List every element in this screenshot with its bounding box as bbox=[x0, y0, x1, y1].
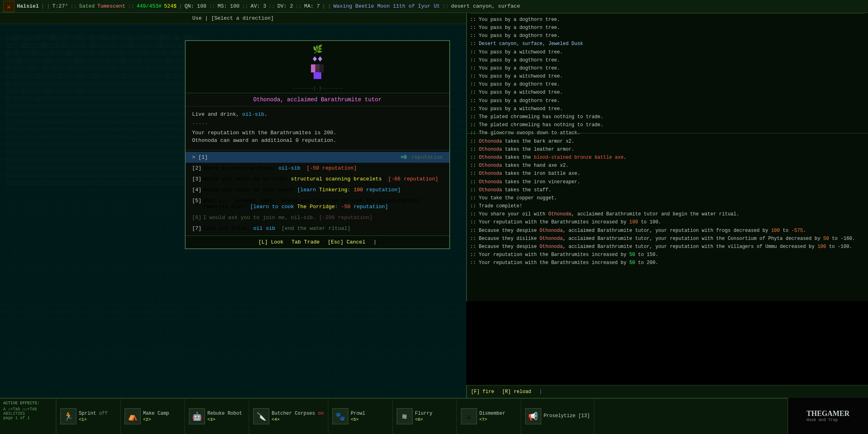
dialog-option-3[interactable]: [3] Would you teach me to craft structur… bbox=[186, 174, 449, 184]
proselytize-label: Proselytize [13] bbox=[544, 413, 590, 420]
biome-location: desert canyon, surface bbox=[451, 3, 520, 9]
rep-line2: Othonoda can award an additional 0 reput… bbox=[192, 137, 443, 143]
hp-current: 449/453# bbox=[137, 3, 162, 9]
dismember-icon: ⚔ bbox=[461, 408, 477, 424]
log-line: :: You pass by a witchwood tree. bbox=[470, 73, 865, 80]
log-line: :: Desert canyon, surface, Jeweled Dusk bbox=[470, 40, 865, 48]
logo-sub: Hook and Trap bbox=[807, 418, 850, 422]
sprint-key: <1> bbox=[79, 417, 108, 422]
log-line: :: Because they dislike Othonoda, acclai… bbox=[470, 235, 865, 243]
log-line: :: You pass by a dogthorn tree. bbox=[470, 16, 865, 24]
dialog-option-1[interactable]: > [1] +0 reputation bbox=[186, 152, 449, 163]
dialog-option-2[interactable]: [2] Share a secret with me, oil-sib. [-5… bbox=[186, 163, 449, 174]
center-message-bar: Use | [Select a direction] bbox=[0, 13, 466, 24]
player-name: Halsiel bbox=[17, 3, 39, 9]
rebuke-robot-label: Rebuke Robot bbox=[207, 411, 242, 417]
log-line: :: The glowcrow swoops down to attack. bbox=[470, 129, 865, 137]
active-effects-label: ACTIVE EFFECTS: bbox=[3, 401, 53, 405]
dialog-option-7[interactable]: [7] Live and drink, oil sib. [end the wa… bbox=[186, 223, 449, 234]
dialog-body: Live and drink, oil-sib. ----- Your repu… bbox=[186, 106, 449, 150]
top-status-bar: ⚔ Halsiel | | T:27° :: Sated Tumescent :… bbox=[0, 0, 868, 13]
dialog-option-6[interactable]: [6] I would ask you to join me, oil-sib.… bbox=[186, 212, 449, 223]
dialog-option-5[interactable]: [5] What a... pungent smell. Would you t… bbox=[186, 195, 449, 212]
npc-sprite: ♦♦ ▓▒░ ▐█▌ bbox=[311, 55, 324, 79]
qn-label: QN: 108 bbox=[184, 3, 207, 9]
dialog-options: > [1] +0 reputation [2] Share a secret w… bbox=[186, 150, 449, 235]
moon-phase: Waxing Beetle Moon 11th of Iyur Ut bbox=[333, 3, 440, 9]
flurry-icon: ≋ bbox=[397, 408, 413, 424]
dismember-key: <7> bbox=[479, 417, 506, 422]
make-camp-label: Make Camp bbox=[143, 411, 169, 417]
log-line: :: Trade complete! bbox=[470, 203, 865, 210]
npc-dialog: 🌿 ♦♦ ▓▒░ ▐█▌ -·-·-·-·[·]·-·-·-·- Othonod… bbox=[185, 40, 450, 249]
npc-greeting: Live and drink, oil-sib. bbox=[192, 111, 443, 117]
log-line: :: You pass by a witchwood tree. bbox=[470, 105, 865, 113]
action-slot-prowl[interactable]: 🐾 Prowl <5> bbox=[328, 399, 393, 434]
fire-reload-bar: [F] fire [R] reload | bbox=[466, 385, 868, 398]
dialog-option-4[interactable]: [4] Would you teach me your ways? [learn… bbox=[186, 184, 449, 195]
prowl-label: Prowl bbox=[351, 411, 365, 417]
log-line: :: The plated chromeling has nothing to … bbox=[470, 113, 865, 121]
log-line: :: You pass by a witchwood tree. bbox=[470, 49, 865, 56]
dialog-divider: ----- bbox=[192, 121, 443, 127]
log-line: :: The plated chromeling has nothing to … bbox=[470, 121, 865, 129]
rebuke-robot-key: <3> bbox=[207, 417, 242, 422]
log-line: :: Othonoda takes the bark armor x2. bbox=[470, 138, 865, 145]
log-line: :: Because they despise Othonoda, acclai… bbox=[470, 243, 865, 251]
sprint-icon: 🏃 bbox=[60, 408, 76, 424]
log-line: :: Othonoda takes the iron vinereaper. bbox=[470, 178, 865, 186]
bottom-action-bar: ACTIVE EFFECTS: A ⌂+Tab ⌂⌂+Tab ABILITIES… bbox=[0, 398, 868, 434]
prowl-icon: 🐾 bbox=[332, 408, 348, 424]
log-line: :: Othonoda takes the staff. bbox=[470, 186, 865, 194]
active-effects-panel: ACTIVE EFFECTS: A ⌂+Tab ⌂⌂+Tab ABILITIES… bbox=[0, 399, 56, 434]
reload-key[interactable]: [R] reload bbox=[502, 389, 531, 395]
message-log-panel: Message log :: You pass by a dogthorn tr… bbox=[466, 0, 868, 301]
log-line: :: You share your oil with Othonoda, acc… bbox=[470, 211, 865, 218]
fire-key[interactable]: [F] fire bbox=[471, 389, 494, 395]
make-camp-key: <2> bbox=[143, 417, 169, 422]
action-slot-proselytize[interactable]: 📢 Proselytize [13] bbox=[521, 399, 594, 434]
dialog-cancel-key[interactable]: [Esc] Cancel bbox=[328, 239, 366, 245]
action-slot-butcher-corpses[interactable]: 🔪 Butcher Corpses on <4> bbox=[249, 399, 328, 434]
action-slot-rebuke-robot[interactable]: 🤖 Rebuke Robot <3> bbox=[185, 399, 249, 434]
condition-tumescent: Tumescent bbox=[97, 3, 125, 9]
logo-text: THEGAMER bbox=[807, 409, 850, 418]
make-camp-icon: ⛺ bbox=[125, 408, 141, 424]
thegamer-logo: THEGAMER Hook and Trap bbox=[788, 398, 868, 434]
prowl-key: <5> bbox=[351, 417, 365, 422]
npc-portrait: 🌿 ♦♦ ▓▒░ ▐█▌ -·-·-·-·[·]·-·-·-·- bbox=[186, 41, 449, 93]
butcher-corpses-key: <4> bbox=[272, 417, 324, 422]
dv-label: DV: 2 bbox=[277, 3, 293, 9]
portrait-tree-decoration: 🌿 bbox=[313, 44, 323, 54]
condition-sated: Sated bbox=[79, 3, 95, 9]
butcher-corpses-icon: 🔪 bbox=[253, 408, 269, 424]
log-line: :: You pass by a dogthorn tree. bbox=[470, 97, 865, 105]
log-line: :: You take the copper nugget. bbox=[470, 194, 865, 202]
action-slot-flurry[interactable]: ≋ Flurry <6> bbox=[393, 399, 457, 434]
log-line: :: Because they despise Othonoda, acclai… bbox=[470, 227, 865, 235]
flurry-key: <6> bbox=[415, 417, 432, 422]
action-slot-make-camp[interactable]: ⛺ Make Camp <2> bbox=[121, 399, 185, 434]
player-money: 524$ bbox=[164, 3, 176, 9]
game-time: T:27° bbox=[52, 3, 68, 9]
log-line: :: Your reputation with the Barathrumite… bbox=[470, 251, 865, 259]
dialog-trade-key[interactable]: Tab Trade bbox=[291, 239, 319, 245]
log-line: :: Othonoda takes the iron battle axe. bbox=[470, 170, 865, 178]
dialog-look-key[interactable]: [L] Look bbox=[258, 239, 283, 245]
log-line: :: You pass by a dogthorn tree. bbox=[470, 32, 865, 40]
sprint-label: Sprint off bbox=[79, 411, 108, 417]
log-line: :: You pass by a witchwood tree. bbox=[470, 89, 865, 96]
action-slot-sprint[interactable]: 🏃 Sprint off <1> bbox=[56, 399, 121, 434]
center-message-text: Use | [Select a direction] bbox=[192, 15, 274, 21]
proselytize-icon: 📢 bbox=[525, 408, 541, 424]
action-slot-dismember[interactable]: ⚔ Dismember <7> bbox=[457, 399, 521, 434]
log-line: :: Othonoda takes the blood-stained bron… bbox=[470, 154, 865, 162]
log-line: :: Your reputation with the Barathrumite… bbox=[470, 259, 865, 267]
log-line: :: You pass by a dogthorn tree. bbox=[470, 57, 865, 64]
npc-name: Othonoda, acclaimed Barathrumite tutor bbox=[186, 93, 449, 106]
player-avatar: ⚔ bbox=[3, 1, 14, 12]
log-line: :: You pass by a dogthorn tree. bbox=[470, 24, 865, 32]
log-divider bbox=[466, 133, 868, 133]
ms-label: MS: 100 bbox=[217, 3, 240, 9]
butcher-corpses-label: Butcher Corpses on bbox=[272, 411, 324, 417]
